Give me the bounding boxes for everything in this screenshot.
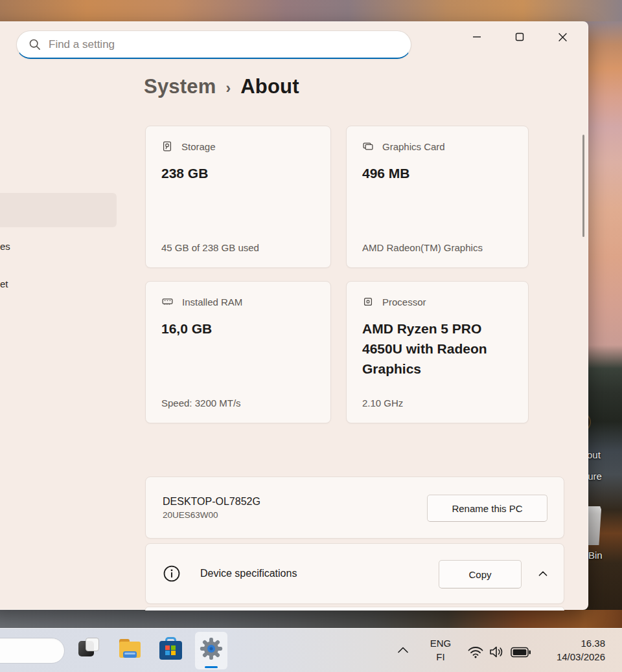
next-section-edge: [145, 607, 564, 610]
device-name: DESKTOP-OL7852G: [163, 496, 260, 508]
minimize-icon: [472, 32, 481, 41]
ram-icon: [161, 296, 174, 308]
spec-card-detail: AMD Radeon(TM) Graphics: [362, 242, 483, 253]
info-icon: [163, 565, 181, 583]
file-explorer-button[interactable]: [119, 637, 142, 660]
taskbar: ENG FI 16.38 14/03/2026: [0, 628, 622, 672]
spec-card-value: 238 GB: [161, 163, 315, 183]
spec-card-ram[interactable]: Installed RAM 16,0 GB Speed: 3200 MT/s: [145, 281, 331, 423]
close-icon: [558, 32, 568, 42]
spec-card-label: Graphics Card: [382, 141, 445, 152]
desktop-icon-label-fragment: out: [587, 449, 601, 460]
spec-card-graphics[interactable]: Graphics Card 496 MB AMD Radeon(TM) Grap…: [346, 126, 529, 268]
tray-date: 14/03/2026: [557, 650, 605, 664]
device-name-card: DESKTOP-OL7852G 20UES63W00 Rename this P…: [145, 476, 564, 539]
breadcrumb: System › About: [144, 75, 299, 105]
active-app-indicator: [205, 666, 218, 668]
settings-search-box[interactable]: [16, 30, 411, 59]
processor-icon: [362, 296, 374, 308]
spec-card-value: 496 MB: [362, 163, 513, 183]
maximize-button[interactable]: [505, 26, 535, 48]
window-controls: [449, 26, 577, 48]
wifi-icon[interactable]: [467, 645, 484, 658]
taskbar-search-pill[interactable]: [0, 638, 65, 664]
search-input[interactable]: [49, 38, 402, 51]
spec-card-value: 16,0 GB: [161, 319, 315, 339]
device-model: 20UES63W00: [163, 510, 260, 520]
close-button[interactable]: [547, 26, 577, 48]
spec-card-detail: Speed: 3200 MT/s: [161, 398, 241, 409]
device-specifications-row[interactable]: Device specifications Copy: [145, 543, 564, 604]
battery-icon[interactable]: [511, 647, 531, 658]
language-indicator[interactable]: ENG FI: [425, 636, 456, 664]
spec-card-storage[interactable]: Storage 238 GB 45 GB of 238 GB used: [145, 126, 331, 268]
scrollbar-thumb[interactable]: [582, 135, 584, 237]
recycle-bin-label-fragment: Bin: [588, 550, 603, 561]
spec-card-detail: 2.10 GHz: [362, 398, 403, 409]
spec-card-value: AMD Ryzen 5 PRO 4650U with Radeon Graphi…: [362, 319, 513, 379]
spec-card-processor[interactable]: Processor AMD Ryzen 5 PRO 4650U with Rad…: [346, 281, 529, 423]
spec-card-label: Processor: [382, 297, 426, 308]
wallpaper-bottom-strip: [0, 610, 622, 628]
page-title: About: [240, 75, 299, 98]
tray-time: 16.38: [557, 636, 605, 650]
volume-icon[interactable]: [489, 645, 504, 659]
sidebar-item-fragment[interactable]: es: [0, 241, 10, 252]
spec-card-grid: Storage 238 GB 45 GB of 238 GB used Grap…: [145, 126, 529, 423]
language-code: ENG: [425, 636, 456, 650]
clock[interactable]: 16.38 14/03/2026: [557, 636, 605, 664]
rename-pc-button[interactable]: Rename this PC: [427, 495, 547, 522]
copy-button[interactable]: Copy: [439, 560, 522, 588]
minimize-button[interactable]: [462, 26, 492, 48]
spec-card-label: Storage: [181, 141, 216, 152]
sidebar-selected-item[interactable]: [0, 193, 117, 227]
task-view-button[interactable]: [77, 637, 100, 660]
keyboard-layout: FI: [425, 650, 456, 664]
maximize-icon: [515, 32, 524, 41]
graphics-card-icon: [362, 140, 374, 152]
sidebar-item-fragment[interactable]: et: [0, 278, 8, 289]
settings-app-button[interactable]: [195, 632, 227, 669]
chevron-up-icon[interactable]: [536, 567, 549, 580]
spec-card-detail: 45 GB of 238 GB used: [161, 242, 259, 253]
breadcrumb-system[interactable]: System: [144, 75, 216, 98]
spec-card-label: Installed RAM: [182, 297, 242, 308]
wallpaper-top-strip: [0, 0, 622, 21]
settings-window: es et System › About Storage 238 GB 45 G…: [0, 21, 588, 610]
storage-icon: [161, 140, 173, 152]
microsoft-store-button[interactable]: [159, 637, 183, 660]
breadcrumb-separator: ›: [226, 80, 231, 97]
search-icon: [29, 38, 41, 50]
settings-gear-icon: [198, 636, 224, 662]
tray-chevron-up-icon[interactable]: [397, 645, 409, 655]
device-specifications-label: Device specifications: [200, 568, 297, 579]
